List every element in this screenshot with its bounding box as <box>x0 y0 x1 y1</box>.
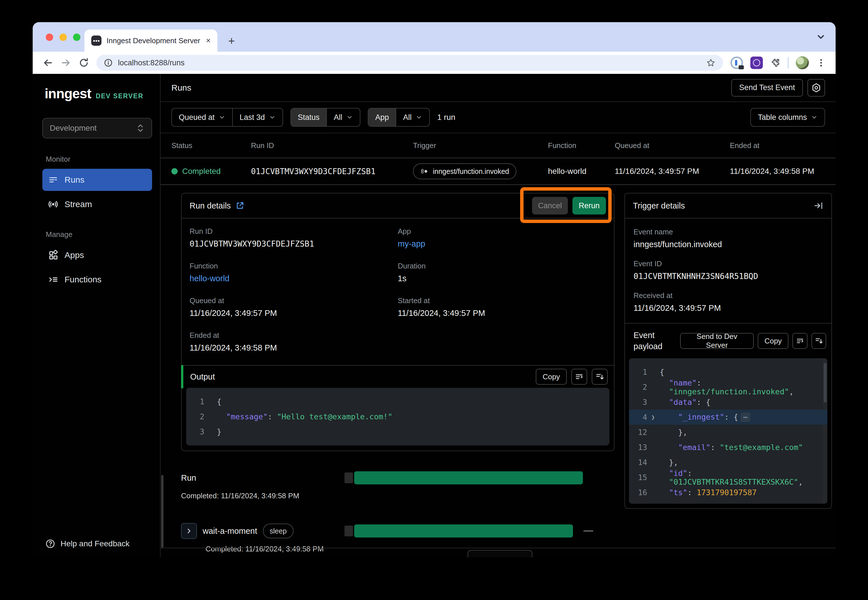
detail-field: Run ID01JCVBTMV3WXY9D3CFDEJFZSB1 <box>190 227 398 248</box>
step-timeline-bar[interactable] <box>344 524 593 538</box>
tab-search-chevron-icon[interactable] <box>816 32 826 42</box>
open-in-new-window-icon[interactable] <box>235 201 244 210</box>
tab-close-icon[interactable]: × <box>206 36 211 45</box>
environment-select[interactable]: Development <box>42 118 152 138</box>
run-details-title: Run details <box>190 201 231 211</box>
extensions-puzzle-icon[interactable] <box>770 58 780 68</box>
stream-broadcast-icon <box>48 199 58 209</box>
code-text: } <box>660 503 664 504</box>
inngest-dev-server-app: inngest DEV SERVER Development Monitor R… <box>33 74 836 558</box>
browser-menu-kebab-icon[interactable] <box>816 58 826 68</box>
site-info-icon[interactable] <box>104 58 113 67</box>
browser-toolbar: localhost:8288/runs <box>33 52 836 74</box>
time-field-value: Queued at <box>179 113 215 122</box>
url-bar[interactable]: localhost:8288/runs <box>96 55 723 71</box>
browser-extension-icon[interactable] <box>750 56 763 69</box>
scroll-to-bottom-button[interactable] <box>592 369 608 385</box>
rerun-button[interactable]: Rerun <box>572 197 606 215</box>
reload-button[interactable] <box>79 58 89 68</box>
section-divider <box>161 548 836 548</box>
wrap-text-button[interactable] <box>571 369 587 385</box>
time-filter[interactable]: Queued at Last 3d <box>171 108 283 127</box>
field-value: 01JCVBTMV3WXY9D3CFDEJFZSB1 <box>190 239 398 248</box>
detail-field: Duration1s <box>398 262 606 283</box>
line-number: 12 <box>629 428 651 436</box>
event-payload-title: Event payload <box>634 330 676 352</box>
status-filter[interactable]: Status All <box>290 108 361 127</box>
line-number: 4 <box>629 413 651 421</box>
status-filter-dropdown[interactable]: All <box>326 109 360 126</box>
code-text: } <box>217 427 222 436</box>
window-controls[interactable] <box>46 33 80 41</box>
cancel-button[interactable]: Cancel <box>532 197 568 215</box>
run-timeline-bar[interactable] <box>344 471 593 484</box>
send-test-event-button[interactable]: Send Test Event <box>731 79 803 97</box>
browser-tab[interactable]: Inngest Development Server × <box>84 30 217 52</box>
line-number: 2 <box>629 383 651 391</box>
field-label: Received at <box>634 291 823 300</box>
sidebar-item-stream[interactable]: Stream <box>42 193 152 215</box>
time-range-value: Last 3d <box>240 113 265 122</box>
table-columns-dropdown[interactable]: Table columns <box>750 108 825 127</box>
gear-icon <box>811 83 821 93</box>
payload-wrap-text-button[interactable] <box>792 333 807 349</box>
field-value: 11/16/2024, 3:49:57 PM <box>634 303 823 313</box>
line-number: 3 <box>629 398 651 406</box>
bookmark-star-icon[interactable] <box>706 58 716 68</box>
status-filter-value: All <box>334 113 342 122</box>
fold-chevron-icon[interactable]: ❯ <box>651 414 660 421</box>
trigger-details-panel: Trigger details Event nameinngest/functi… <box>624 193 832 509</box>
field-value[interactable]: hello-world <box>190 274 398 283</box>
dev-server-badge: DEV SERVER <box>96 92 144 100</box>
output-copy-button[interactable]: Copy <box>536 369 567 385</box>
field-value: 01JCVBTMTKNHNHZ3SN64R51BQD <box>634 271 823 281</box>
main-scrollbar-thumb[interactable] <box>161 475 164 548</box>
profile-avatar[interactable] <box>796 56 809 69</box>
back-button[interactable] <box>42 58 53 68</box>
cut-off-button[interactable] <box>467 550 532 558</box>
field-value: 11/16/2024, 3:49:57 PM <box>398 309 606 318</box>
help-and-feedback[interactable]: Help and Feedback <box>42 539 152 549</box>
sidebar-item-apps[interactable]: Apps <box>42 244 152 266</box>
line-number: 1 <box>629 368 651 376</box>
queue-segment <box>344 473 353 483</box>
field-value[interactable]: my-app <box>398 239 606 248</box>
queue-segment <box>344 526 353 536</box>
close-window-button[interactable] <box>46 33 53 41</box>
inngest-logo: inngest <box>45 86 91 102</box>
payload-copy-button[interactable]: Copy <box>758 333 789 349</box>
collapse-panel-icon[interactable] <box>814 201 823 211</box>
new-tab-button[interactable]: + <box>228 35 235 47</box>
scroll-to-bottom-icon <box>815 336 823 345</box>
filter-bar: Queued at Last 3d Status All <box>161 102 836 133</box>
field-label: Run ID <box>190 227 398 236</box>
trigger-event-pill[interactable]: inngest/function.invoked <box>413 164 516 179</box>
code-text: "email": "test@example.com" <box>660 443 803 452</box>
app-filter-dropdown[interactable]: All <box>396 109 429 126</box>
chevron-right-icon <box>185 527 193 535</box>
code-line[interactable]: 4❯"_inngest": {⋯ <box>629 410 827 425</box>
code-text: "data": { <box>660 398 710 406</box>
settings-gear-button[interactable] <box>807 79 825 97</box>
code-line: 14}, <box>629 455 827 470</box>
time-field-dropdown[interactable]: Queued at <box>172 109 232 126</box>
column-header-function: Function <box>548 141 615 150</box>
sidebar-item-label: Runs <box>65 175 84 185</box>
table-columns-label: Table columns <box>758 113 807 122</box>
time-range-dropdown[interactable]: Last 3d <box>232 109 282 126</box>
app-filter[interactable]: App All <box>368 108 430 127</box>
maximize-window-button[interactable] <box>73 33 80 41</box>
event-pulse-icon <box>420 168 429 175</box>
table-row[interactable]: Completed 01JCVBTMV3WXY9D3CFDEJFZSB1 inn… <box>161 158 836 185</box>
forward-button[interactable] <box>61 58 71 68</box>
sidebar-item-runs[interactable]: Runs <box>42 169 152 191</box>
payload-scroll-to-bottom-button[interactable] <box>812 333 826 349</box>
run-duration-bar <box>354 471 583 484</box>
run-timeline: Run Completed: 11/16/2024, 3:49:58 PM <box>181 469 615 553</box>
password-manager-extension-icon[interactable] <box>730 56 743 69</box>
expand-step-button[interactable] <box>181 523 197 539</box>
tab-title: Inngest Development Server <box>106 36 201 45</box>
send-to-dev-server-button[interactable]: Send to Dev Server <box>680 333 754 349</box>
minimize-window-button[interactable] <box>59 33 67 41</box>
sidebar-item-functions[interactable]: Functions <box>42 268 152 291</box>
